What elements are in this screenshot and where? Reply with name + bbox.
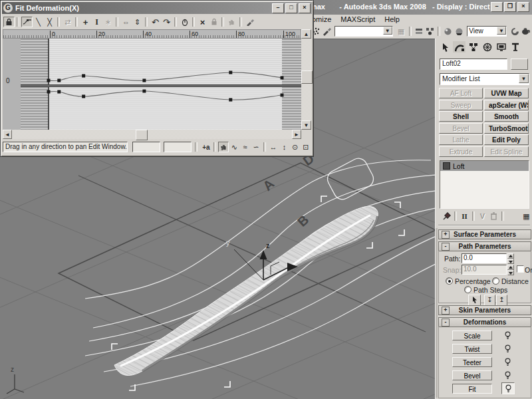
vscroll-up-button[interactable]: ▲ [301, 29, 311, 39]
vscroll-down-button[interactable]: ▼ [301, 120, 311, 130]
view-dropdown[interactable]: View ▼ [467, 26, 507, 37]
named-sets-dropdown-arrow[interactable]: ▼ [383, 27, 392, 35]
panel-scrollbar[interactable] [436, 228, 438, 398]
named-selection-sets-dropdown[interactable]: ▼ [334, 26, 393, 37]
rollout-toggle-icon[interactable]: + [442, 231, 450, 239]
schematic-view-icon[interactable] [425, 26, 436, 37]
rollout-toggle-icon[interactable]: + [442, 307, 450, 315]
display-xy-axes-button[interactable]: ╳ [44, 17, 55, 27]
zoom-horizontal-extents-button[interactable]: ≈ [239, 142, 250, 152]
path-spinner[interactable] [507, 253, 514, 263]
radio-distance[interactable]: Distance [492, 277, 529, 285]
object-color-swatch[interactable] [511, 59, 528, 70]
snap-on-checkbox[interactable] [517, 265, 524, 273]
bevel-active-bulb-icon[interactable] [501, 370, 513, 380]
render-setup-icon[interactable] [454, 26, 465, 37]
rollout-skin-parameters[interactable]: + Skin Parameters [438, 305, 531, 315]
material-editor-icon[interactable] [442, 26, 454, 37]
delete-curve-button[interactable]: × [197, 17, 208, 27]
loft-wireframe-object[interactable] [114, 206, 378, 375]
radio-path-steps[interactable]: Path Steps [464, 286, 507, 294]
fit-window-titlebar[interactable]: G Fit Deformation(X) – □ × [2, 2, 312, 14]
snap-value-field[interactable]: 10.0 [462, 265, 507, 275]
previous-shape-button[interactable]: ↧ [484, 295, 495, 306]
deformation-bevel-button[interactable]: Bevel [452, 370, 492, 380]
modifier-list-dropdown-arrow[interactable]: ▼ [519, 74, 529, 83]
main-minimize-button[interactable]: – [491, 2, 503, 12]
modifier-button-shell[interactable]: Shell [439, 111, 483, 122]
modifier-button-afloft[interactable]: AF Loft [439, 88, 483, 98]
modifier-list-dropdown[interactable]: Modifier List ▼ [440, 73, 529, 85]
vertical-position-field[interactable] [164, 142, 192, 152]
rollout-toggle-icon[interactable]: - [442, 319, 450, 327]
modifier-button-lathe[interactable]: Lathe [439, 134, 483, 145]
move-control-point-button[interactable]: + [80, 17, 91, 27]
modifier-stack-list[interactable]: Loft [440, 160, 529, 209]
horizontal-position-field[interactable] [132, 142, 160, 152]
fit-active-bulb-icon[interactable] [501, 382, 515, 394]
tab-display[interactable] [494, 41, 508, 53]
object-name-field[interactable]: Loft02 [440, 59, 507, 70]
zoom-region-button[interactable]: ⊡ [301, 142, 311, 152]
mirror-vertically-button[interactable]: ⇕ [132, 17, 143, 27]
modifier-button-editpoly[interactable]: Edit Poly [484, 134, 529, 145]
rollout-surface-parameters[interactable]: + Surface Parameters [438, 229, 531, 239]
next-shape-button[interactable]: ↥ [496, 295, 507, 306]
main-restore-button[interactable]: ❐ [504, 2, 516, 12]
layer-manager-icon[interactable] [414, 26, 425, 37]
deformation-twist-button[interactable]: Twist [452, 344, 492, 354]
hscroll-thumb[interactable] [136, 130, 148, 140]
path-value-field[interactable]: 0.0 [462, 253, 507, 263]
tab-modify[interactable] [452, 41, 466, 53]
reset-curve-brush-icon[interactable] [244, 17, 255, 27]
deformation-teeter-button[interactable]: Teeter [452, 357, 492, 367]
tab-utilities[interactable] [508, 41, 522, 53]
zoom-extents-button[interactable]: ∿ [229, 142, 239, 152]
rotate-90-cw-button[interactable]: ↷ [161, 17, 172, 27]
scale-control-point-button[interactable]: I [91, 17, 102, 27]
fit-close-button[interactable]: × [299, 3, 311, 13]
teeter-active-bulb-icon[interactable] [501, 356, 513, 367]
rollout-deformations[interactable]: - Deformations [438, 317, 531, 327]
modifier-button-editspline[interactable]: Edit Spline [484, 146, 529, 157]
zoom-value-extents-button[interactable]: ∽ [251, 142, 261, 152]
view-dropdown-arrow[interactable]: ▼ [497, 27, 506, 35]
zoom-vertically-button[interactable]: ↕ [279, 142, 289, 152]
menu-help[interactable]: Help [380, 14, 404, 25]
modifier-button-sweep[interactable]: Sweep [439, 100, 483, 110]
modifier-button-smooth[interactable]: Smooth [484, 111, 529, 122]
stack-item-loft[interactable]: Loft [440, 161, 529, 171]
pan-button[interactable] [218, 142, 229, 152]
twist-active-bulb-icon[interactable] [501, 343, 513, 354]
menu-maxscript[interactable]: MAXScript [336, 14, 380, 25]
deformation-fit-button[interactable]: Fit [452, 384, 492, 394]
pin-stack-icon[interactable] [441, 211, 452, 221]
deformation-scale-button[interactable]: Scale [452, 331, 492, 340]
snap-spinner[interactable] [507, 265, 514, 274]
hscroll-right-button[interactable]: ► [292, 130, 301, 139]
configure-modifier-sets-icon[interactable]: ▦ [521, 211, 532, 221]
lock-aspect-button[interactable] [179, 17, 190, 27]
modifier-button-bevel[interactable]: Bevel [439, 123, 483, 134]
radio-percentage[interactable]: Percentage [446, 277, 491, 285]
main-close-button[interactable]: × [517, 2, 529, 12]
brush-tool-icon[interactable] [321, 26, 332, 37]
fit-maximize-button[interactable]: □ [285, 3, 297, 13]
modifier-button-mapscaler[interactable]: apScaler (WSM [484, 100, 529, 110]
lock-aspect-toggle-button[interactable]: +a [201, 142, 211, 152]
hscroll-left-button[interactable]: ◄ [3, 130, 12, 139]
zoom-button[interactable]: ⊙ [290, 142, 301, 152]
make-symmetrical-button[interactable] [3, 17, 15, 27]
rollout-path-parameters[interactable]: - Path Parameters [438, 241, 531, 251]
rollout-toggle-icon[interactable]: - [442, 243, 450, 251]
tab-motion[interactable] [480, 41, 494, 53]
rotate-90-ccw-button[interactable]: ↶ [150, 17, 161, 27]
deform-edit-canvas[interactable] [21, 39, 301, 130]
mirror-horizontally-button[interactable]: ⇔ [120, 17, 132, 27]
modifier-button-turbosmooth[interactable]: TurboSmooth [484, 123, 529, 134]
zoom-horizontally-button[interactable]: ↔ [268, 142, 279, 152]
render-last-icon[interactable] [509, 26, 521, 37]
deform-vscrollbar[interactable]: ▼ [301, 39, 311, 130]
display-x-axis-button[interactable] [21, 17, 33, 27]
scale-active-bulb-icon[interactable] [501, 330, 513, 340]
